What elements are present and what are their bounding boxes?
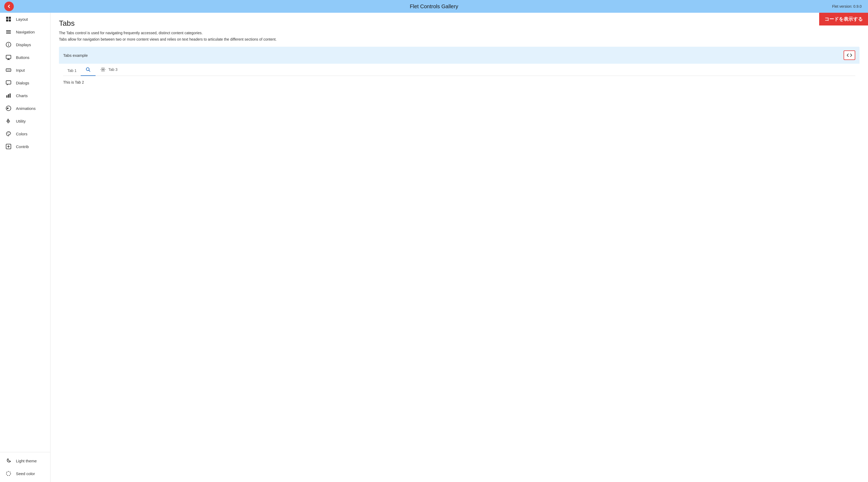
hand-icon	[5, 118, 12, 124]
gear-icon	[100, 66, 106, 73]
show-code-button[interactable]: コードを表示する	[819, 13, 868, 26]
app-version: Flet version: 0.9.0	[832, 4, 862, 8]
sidebar-nav-items: Layout Navigation	[0, 13, 50, 452]
svg-rect-16	[8, 94, 9, 98]
sidebar-item-seed-color[interactable]: Seed color	[0, 467, 50, 480]
svg-rect-5	[6, 32, 11, 32]
animation-icon	[5, 105, 12, 111]
svg-rect-9	[8, 44, 9, 46]
svg-rect-10	[6, 55, 11, 59]
svg-point-19	[7, 107, 8, 109]
grid-icon	[5, 16, 12, 22]
search-icon	[85, 66, 91, 73]
chat-icon	[5, 79, 12, 86]
info-icon	[5, 41, 12, 48]
sidebar-item-navigation[interactable]: Navigation	[0, 26, 50, 38]
svg-rect-6	[6, 33, 11, 34]
svg-point-21	[8, 133, 8, 133]
sidebar-item-layout[interactable]: Layout	[0, 13, 50, 26]
sidebar-item-label-dialogs: Dialogs	[16, 81, 29, 85]
sidebar-item-label-buttons: Buttons	[16, 55, 29, 60]
page-description-2: Tabs allow for navigation between two or…	[59, 37, 860, 41]
tabs-demo: Tab 1	[59, 64, 860, 90]
tabs-bar: Tab 1	[63, 64, 855, 76]
sidebar-item-label-contrib: Contrib	[16, 144, 29, 149]
sidebar-item-label-animations: Animations	[16, 106, 36, 111]
sidebar-item-label-colors: Colors	[16, 132, 27, 136]
svg-rect-14	[6, 81, 11, 84]
sidebar-item-animations[interactable]: Animations	[0, 102, 50, 115]
palette-icon	[5, 131, 12, 137]
example-box: Tabs example Tab 1	[59, 47, 860, 90]
tab-content: This is Tab 2	[63, 79, 855, 86]
sidebar-item-displays[interactable]: Displays	[0, 38, 50, 51]
bar-chart-icon	[5, 92, 12, 99]
sidebar-item-label-utility: Utility	[16, 119, 26, 123]
svg-point-20	[7, 133, 8, 134]
svg-rect-11	[8, 59, 9, 60]
back-button[interactable]	[4, 2, 14, 11]
monitor-icon	[5, 54, 12, 61]
menu-icon	[5, 29, 12, 35]
sidebar-item-label-displays: Displays	[16, 42, 31, 47]
svg-rect-1	[9, 17, 11, 19]
svg-rect-2	[6, 20, 8, 22]
svg-point-24	[6, 471, 11, 476]
app-header: Flet Controls Gallery Flet version: 0.9.…	[0, 0, 868, 13]
moon-icon	[5, 458, 12, 464]
sidebar-item-buttons[interactable]: Buttons	[0, 51, 50, 64]
tab-1-label: Tab 1	[67, 68, 76, 73]
tab-1[interactable]: Tab 1	[63, 66, 81, 76]
plus-square-icon	[5, 143, 12, 150]
sidebar-item-label-navigation: Navigation	[16, 30, 35, 34]
sidebar-item-label-input: Input	[16, 68, 25, 72]
app-title: Flet Controls Gallery	[410, 3, 458, 9]
tab-3[interactable]: Tab 3	[96, 64, 122, 76]
tab-2[interactable]	[81, 64, 96, 76]
example-label: Tabs example	[63, 53, 88, 58]
sidebar-item-input[interactable]: Input	[0, 64, 50, 76]
page-title: Tabs	[59, 19, 860, 28]
sidebar-item-contrib[interactable]: Contrib	[0, 140, 50, 153]
svg-point-26	[102, 69, 104, 70]
page-description-1: The Tabs control is used for navigating …	[59, 31, 860, 35]
main-content: コードを表示する Tabs The Tabs control is used f…	[51, 13, 868, 482]
svg-rect-3	[9, 20, 11, 22]
circle-dashed-icon	[5, 470, 12, 477]
svg-rect-4	[6, 30, 11, 31]
tab-3-label: Tab 3	[108, 67, 117, 72]
sidebar-item-label-charts: Charts	[16, 93, 28, 98]
svg-rect-0	[6, 17, 8, 19]
sidebar-item-label-seed-color: Seed color	[16, 471, 35, 476]
sidebar-item-light-theme[interactable]: Light theme	[0, 454, 50, 467]
code-icon-button[interactable]	[844, 51, 855, 60]
svg-rect-12	[7, 60, 10, 60]
sidebar-item-label-layout: Layout	[16, 17, 28, 22]
sidebar-bottom: Light theme Seed color	[0, 452, 50, 482]
svg-rect-17	[9, 93, 11, 98]
input-icon	[5, 67, 12, 73]
sidebar-item-utility[interactable]: Utility	[0, 115, 50, 127]
app-body: Layout Navigation	[0, 13, 868, 482]
sidebar-item-colors[interactable]: Colors	[0, 127, 50, 140]
sidebar-item-label-light-theme: Light theme	[16, 459, 37, 463]
svg-point-22	[9, 133, 9, 133]
sidebar-item-charts[interactable]: Charts	[0, 89, 50, 102]
example-header: Tabs example	[59, 47, 860, 64]
svg-rect-15	[6, 95, 7, 98]
sidebar-item-dialogs[interactable]: Dialogs	[0, 76, 50, 89]
svg-point-8	[8, 43, 9, 44]
sidebar: Layout Navigation	[0, 13, 51, 482]
